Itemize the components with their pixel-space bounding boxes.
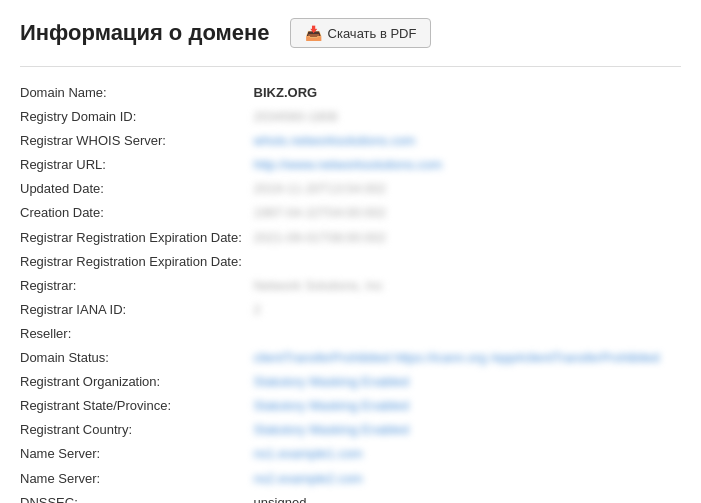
label-cell: DNSSEC: xyxy=(20,491,254,503)
value-cell xyxy=(254,250,681,274)
table-row: Registrant Country:Statutory Masking Ena… xyxy=(20,418,681,442)
table-row: Domain Status:clientTransferProhibited h… xyxy=(20,346,681,370)
page-container: Информация о домене 📥 Скачать в PDF Doma… xyxy=(0,0,701,503)
table-row: Registrant Organization:Statutory Maskin… xyxy=(20,370,681,394)
table-row: Reseller: xyxy=(20,322,681,346)
label-cell: Registrar WHOIS Server: xyxy=(20,129,254,153)
value-cell: 2 xyxy=(254,298,681,322)
value-cell: BIKZ.ORG xyxy=(254,81,681,105)
label-cell: Registrant State/Province: xyxy=(20,394,254,418)
value-cell: ns1.example1.com xyxy=(254,442,681,466)
label-cell: Registrar: xyxy=(20,274,254,298)
header-row: Информация о домене 📥 Скачать в PDF xyxy=(20,18,681,48)
label-cell: Domain Status: xyxy=(20,346,254,370)
table-row: Registrar IANA ID:2 xyxy=(20,298,681,322)
value-cell: Network Solutions, Inc xyxy=(254,274,681,298)
label-cell: Registry Domain ID: xyxy=(20,105,254,129)
table-row: Updated Date:2019-11-20T13:54:002 xyxy=(20,177,681,201)
value-cell: Statutory Masking Enabled xyxy=(254,394,681,418)
label-cell: Registrar Registration Expiration Date: xyxy=(20,226,254,250)
label-cell: Updated Date: xyxy=(20,177,254,201)
value-cell: 2021-09-01T08:00:002 xyxy=(254,226,681,250)
table-row: Registrar URL:http://www.networksolution… xyxy=(20,153,681,177)
label-cell: Domain Name: xyxy=(20,81,254,105)
value-cell: 1997-04-22T04:00:002 xyxy=(254,201,681,225)
pdf-button-label: Скачать в PDF xyxy=(328,26,417,41)
value-cell: clientTransferProhibited https://icann.o… xyxy=(254,346,681,370)
page-title: Информация о домене xyxy=(20,20,270,46)
table-row: Registrar Registration Expiration Date: xyxy=(20,250,681,274)
value-cell: ns2.example2.com xyxy=(254,467,681,491)
table-row: Creation Date:1997-04-22T04:00:002 xyxy=(20,201,681,225)
label-cell: Registrar IANA ID: xyxy=(20,298,254,322)
info-table: Domain Name:BIKZ.ORGRegistry Domain ID:2… xyxy=(20,81,681,503)
label-cell: Registrar URL: xyxy=(20,153,254,177)
label-cell: Name Server: xyxy=(20,467,254,491)
table-row: DNSSEC:unsigned xyxy=(20,491,681,503)
divider xyxy=(20,66,681,67)
table-row: Name Server:ns1.example1.com xyxy=(20,442,681,466)
value-cell: Statutory Masking Enabled xyxy=(254,418,681,442)
value-cell: 2034560-1808 xyxy=(254,105,681,129)
value-cell: http://www.networksolutions.com xyxy=(254,153,681,177)
table-row: Domain Name:BIKZ.ORG xyxy=(20,81,681,105)
label-cell: Registrant Organization: xyxy=(20,370,254,394)
table-row: Registrant State/Province:Statutory Mask… xyxy=(20,394,681,418)
value-cell: whois.networksolutions.com xyxy=(254,129,681,153)
label-cell: Reseller: xyxy=(20,322,254,346)
download-icon: 📥 xyxy=(305,25,322,41)
table-row: Name Server:ns2.example2.com xyxy=(20,467,681,491)
label-cell: Name Server: xyxy=(20,442,254,466)
label-cell: Creation Date: xyxy=(20,201,254,225)
table-row: Registry Domain ID:2034560-1808 xyxy=(20,105,681,129)
value-cell: 2019-11-20T13:54:002 xyxy=(254,177,681,201)
value-cell: Statutory Masking Enabled xyxy=(254,370,681,394)
value-cell: unsigned xyxy=(254,491,681,503)
pdf-download-button[interactable]: 📥 Скачать в PDF xyxy=(290,18,432,48)
table-row: Registrar Registration Expiration Date:2… xyxy=(20,226,681,250)
label-cell: Registrant Country: xyxy=(20,418,254,442)
value-cell xyxy=(254,322,681,346)
table-row: Registrar WHOIS Server:whois.networksolu… xyxy=(20,129,681,153)
table-row: Registrar:Network Solutions, Inc xyxy=(20,274,681,298)
label-cell: Registrar Registration Expiration Date: xyxy=(20,250,254,274)
